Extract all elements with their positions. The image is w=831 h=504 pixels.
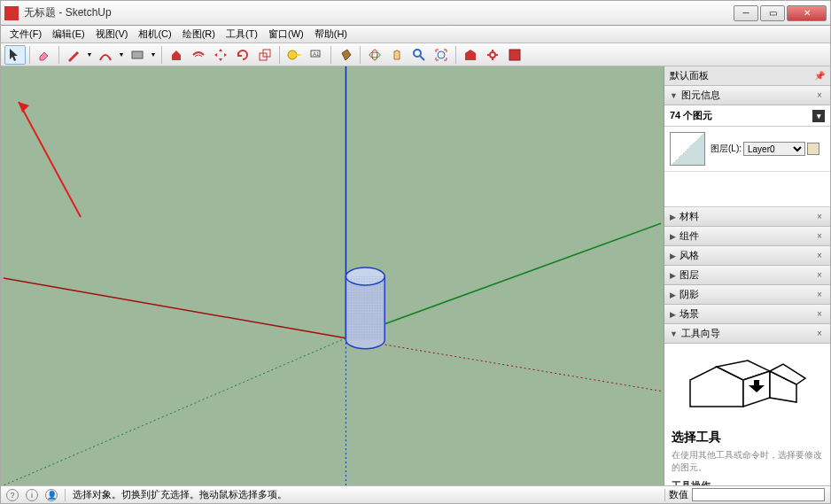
gear-icon — [485, 48, 500, 62]
move-tool[interactable] — [210, 45, 231, 65]
orbit-icon — [368, 48, 382, 62]
details-icon[interactable]: ▾ — [812, 110, 825, 122]
zoom-extents-tool[interactable] — [431, 45, 452, 65]
separator — [58, 46, 59, 64]
chevron-right-icon: ▶ — [670, 232, 676, 241]
arc-tool[interactable] — [95, 45, 116, 65]
tape-icon — [287, 48, 301, 62]
panel-title: 材料 — [680, 210, 699, 223]
pan-tool[interactable] — [386, 45, 408, 65]
menu-camera[interactable]: 相机(C) — [133, 26, 176, 43]
main-area: 默认面板 📌 ▼ 图元信息 × 74 个图元 ▾ 图层(L): Layer0 — [1, 66, 830, 485]
pushpull-icon — [169, 48, 183, 62]
close-icon[interactable]: × — [814, 290, 825, 300]
shapes-tool[interactable] — [127, 45, 148, 65]
tray-header[interactable]: 默认面板 📌 — [664, 66, 830, 86]
close-icon[interactable]: × — [814, 270, 825, 281]
close-button[interactable]: ✕ — [787, 5, 827, 21]
menu-help[interactable]: 帮助(H) — [309, 26, 353, 43]
line-dropdown[interactable]: ▼ — [85, 45, 94, 65]
close-icon[interactable]: × — [814, 212, 825, 222]
panel-entity-info-header[interactable]: ▼ 图元信息 × — [664, 86, 830, 105]
instructor-title: 选择工具 — [672, 430, 823, 446]
panel-scenes-header[interactable]: ▶ 场景 × — [664, 305, 830, 324]
status-bar: ? i 👤 选择对象。切换到扩充选择。拖动鼠标选择多项。 数值 — [1, 485, 830, 503]
orbit-tool[interactable] — [364, 45, 385, 65]
text-tool[interactable]: A1 — [306, 45, 327, 65]
status-info-icon[interactable]: ? — [6, 489, 19, 501]
scene-canvas — [1, 66, 664, 485]
rotate-tool[interactable] — [232, 45, 253, 65]
close-icon[interactable]: × — [814, 90, 825, 101]
layout-tool[interactable] — [504, 45, 525, 65]
minimize-button[interactable]: ─ — [734, 5, 758, 21]
chevron-down-icon: ▼ — [151, 51, 157, 58]
maximize-button[interactable]: ▭ — [760, 5, 785, 21]
select-tool[interactable] — [4, 45, 26, 65]
menu-window[interactable]: 窗口(W) — [263, 26, 309, 43]
tape-tool[interactable] — [283, 45, 305, 65]
extension-tool[interactable] — [482, 45, 503, 65]
svg-point-12 — [490, 52, 495, 58]
measurements-input[interactable] — [692, 488, 825, 501]
close-icon[interactable]: × — [814, 309, 825, 320]
separator — [161, 46, 162, 64]
layer-color-swatch[interactable] — [807, 143, 819, 155]
svg-point-8 — [372, 50, 377, 60]
viewport-3d[interactable] — [1, 66, 664, 485]
status-geo-icon[interactable]: i — [26, 489, 38, 501]
panel-materials-header[interactable]: ▶ 材料 × — [664, 207, 830, 227]
zoom-tool[interactable] — [408, 45, 430, 65]
svg-rect-0 — [132, 51, 143, 58]
toolbar: ▼ ▼ ▼ A1 — [1, 43, 830, 66]
panel-styles-header[interactable]: ▶ 风格 × — [664, 246, 830, 266]
svg-point-11 — [438, 51, 445, 58]
separator — [29, 46, 30, 64]
status-user-icon[interactable]: 👤 — [45, 489, 58, 501]
panel-title: 组件 — [680, 229, 699, 243]
pushpull-tool[interactable] — [166, 45, 187, 65]
menu-view[interactable]: 视图(V) — [90, 26, 134, 43]
menu-draw[interactable]: 绘图(R) — [177, 26, 221, 43]
offset-icon — [191, 48, 206, 62]
rotate-icon — [236, 48, 250, 62]
scale-tool[interactable] — [254, 45, 276, 65]
layer-select[interactable]: Layer0 — [743, 142, 805, 156]
window-title: 无标题 - SketchUp — [24, 5, 734, 20]
menu-file[interactable]: 文件(F) — [4, 26, 47, 43]
panel-instructor-header[interactable]: ▼ 工具向导 × — [664, 324, 830, 344]
close-icon[interactable]: × — [814, 251, 825, 261]
scale-icon — [258, 48, 272, 62]
cursor-icon — [8, 48, 22, 62]
panel-layers-header[interactable]: ▶ 图层 × — [664, 266, 830, 285]
material-thumbnail[interactable] — [670, 132, 705, 166]
close-icon[interactable]: × — [814, 329, 825, 339]
panel-shadows-header[interactable]: ▶ 阴影 × — [664, 285, 830, 305]
shapes-dropdown[interactable]: ▼ — [149, 45, 158, 65]
pushpin-icon[interactable]: 📌 — [814, 71, 825, 81]
paint-tool[interactable] — [335, 45, 356, 65]
hand-icon — [390, 48, 404, 62]
offset-tool[interactable] — [188, 45, 209, 65]
panel-title: 工具向导 — [681, 327, 720, 340]
eraser-icon — [37, 48, 51, 62]
panel-components-header[interactable]: ▶ 组件 × — [664, 227, 830, 246]
value-label: 数值 — [669, 488, 688, 501]
chevron-right-icon: ▶ — [670, 252, 676, 260]
svg-point-9 — [414, 50, 421, 57]
close-icon[interactable]: × — [814, 231, 825, 242]
line-tool[interactable] — [63, 45, 84, 65]
panel-title: 图元信息 — [681, 89, 720, 102]
menu-tools[interactable]: 工具(T) — [221, 26, 263, 43]
svg-point-7 — [369, 52, 380, 58]
entity-count-row: 74 个图元 ▾ — [664, 105, 830, 127]
svg-marker-14 — [4, 66, 661, 485]
eraser-tool[interactable] — [34, 45, 55, 65]
side-panel: 默认面板 📌 ▼ 图元信息 × 74 个图元 ▾ 图层(L): Layer0 — [664, 66, 830, 485]
menu-edit[interactable]: 编辑(E) — [47, 26, 90, 43]
svg-rect-26 — [346, 276, 384, 340]
separator — [330, 46, 331, 64]
svg-rect-4 — [296, 54, 300, 56]
arc-dropdown[interactable]: ▼ — [117, 45, 126, 65]
warehouse-tool[interactable] — [460, 45, 481, 65]
